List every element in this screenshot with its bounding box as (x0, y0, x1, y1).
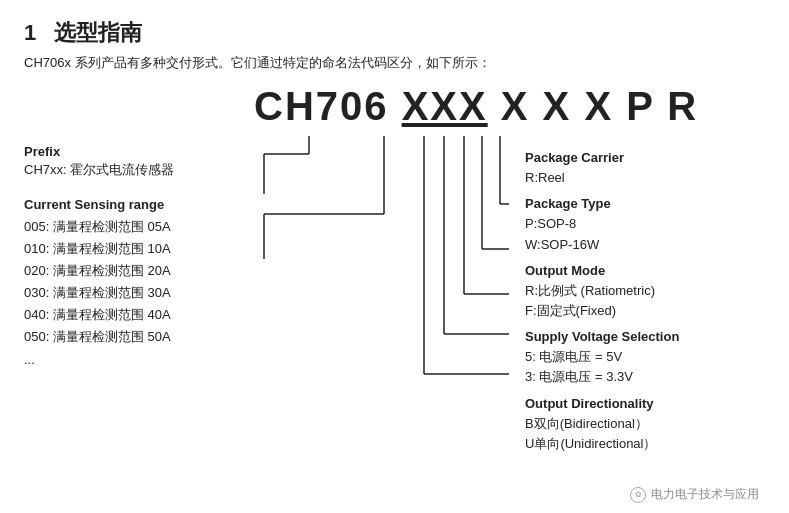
page: 1 选型指南 CH706x 系列产品有多种交付形式。它们通过特定的命名法代码区分… (0, 0, 789, 513)
right-section-item: P:SOP-8 (525, 214, 765, 234)
range-item: ... (24, 349, 254, 371)
right-section-output-mode: Output ModeR:比例式 (Ratiometric)F:固定式(Fixe… (525, 261, 765, 321)
right-section-item: 3: 电源电压 = 3.3V (525, 367, 765, 387)
section-title: 选型指南 (54, 18, 142, 48)
left-column: Prefix CH7xx: 霍尔式电流传感器 Current Sensing r… (24, 84, 254, 460)
right-section-item: R:Reel (525, 168, 765, 188)
range-label: Current Sensing range (24, 197, 254, 212)
model-digits: X X X P R (501, 84, 698, 128)
model-name: CH706 XXX X X X P R (254, 84, 698, 128)
right-section-item: 5: 电源电压 = 5V (525, 347, 765, 367)
right-section-label: Package Carrier (525, 148, 765, 168)
intro-text: CH706x 系列产品有多种交付形式。它们通过特定的命名法代码区分，如下所示： (24, 54, 765, 72)
right-section-label: Package Type (525, 194, 765, 214)
section-number: 1 (24, 20, 36, 46)
right-section-label: Supply Voltage Selection (525, 327, 765, 347)
model-xxx: XXX (402, 84, 488, 128)
watermark: ✿ 电力电子技术与应用 (630, 486, 759, 503)
model-prefix: CH706 (254, 84, 389, 128)
range-items: 005: 满量程检测范围 05A010: 满量程检测范围 10A020: 满量程… (24, 216, 254, 371)
range-item: 020: 满量程检测范围 20A (24, 260, 254, 282)
model-space (389, 84, 402, 128)
model-space2 (488, 84, 501, 128)
right-section-item: R:比例式 (Ratiometric) (525, 281, 765, 301)
right-section-item: B双向(Bidirectional） (525, 414, 765, 434)
center-column: CH706 XXX X X X P R (254, 84, 515, 460)
right-section-label: Output Mode (525, 261, 765, 281)
watermark-icon: ✿ (630, 487, 646, 503)
right-section-supply-voltage: Supply Voltage Selection5: 电源电压 = 5V3: 电… (525, 327, 765, 387)
watermark-text: 电力电子技术与应用 (651, 486, 759, 503)
range-item: 010: 满量程检测范围 10A (24, 238, 254, 260)
diagram-area: Prefix CH7xx: 霍尔式电流传感器 Current Sensing r… (24, 84, 765, 460)
section-header: 1 选型指南 (24, 18, 765, 48)
range-item: 040: 满量程检测范围 40A (24, 304, 254, 326)
right-section-package-carrier: Package CarrierR:Reel (525, 148, 765, 188)
prefix-desc: CH7xx: 霍尔式电流传感器 (24, 161, 254, 179)
range-item: 050: 满量程检测范围 50A (24, 326, 254, 348)
prefix-label: Prefix (24, 144, 254, 159)
right-section-output-directionality: Output DirectionalityB双向(Bidirectional）U… (525, 394, 765, 454)
right-section-label: Output Directionality (525, 394, 765, 414)
prefix-desc-text: CH7xx: 霍尔式电流传感器 (24, 162, 174, 177)
right-section-item: W:SOP-16W (525, 235, 765, 255)
range-item: 005: 满量程检测范围 05A (24, 216, 254, 238)
right-section-package-type: Package TypeP:SOP-8W:SOP-16W (525, 194, 765, 254)
right-section-item: U单向(Unidirectional） (525, 434, 765, 454)
range-item: 030: 满量程检测范围 30A (24, 282, 254, 304)
right-section-item: F:固定式(Fixed) (525, 301, 765, 321)
right-column: Package CarrierR:ReelPackage TypeP:SOP-8… (525, 144, 765, 460)
